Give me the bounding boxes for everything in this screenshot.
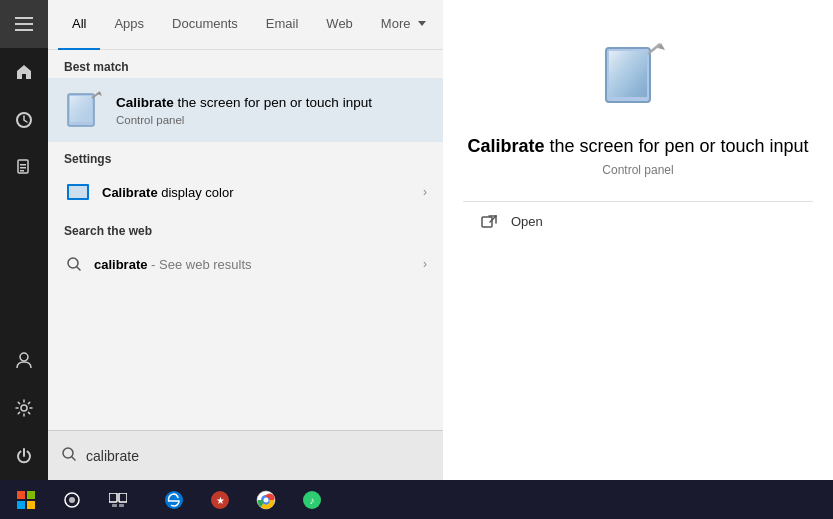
settings-header: Settings [48,142,443,170]
svg-rect-6 [20,167,26,169]
best-match-subtitle: Control panel [116,114,372,126]
tab-all[interactable]: All [58,0,100,50]
svg-rect-25 [609,51,647,97]
sidebar-user[interactable] [0,336,48,384]
right-panel-title: Calibrate the screen for pen or touch in… [467,136,808,157]
svg-line-22 [72,457,75,460]
calibrate-icon [64,90,104,130]
web-item-text: calibrate - See web results [94,257,252,272]
open-label: Open [511,214,543,229]
web-search-icon [64,254,84,274]
cortana-button[interactable] [50,480,94,519]
svg-rect-16 [70,96,92,122]
settings-chevron-icon: › [423,185,427,199]
search-input[interactable] [86,448,429,464]
right-panel: Calibrate the screen for pen or touch in… [443,0,833,480]
svg-rect-40 [119,493,127,502]
svg-point-48 [264,497,269,502]
best-match-text: Calibrate the screen for pen or touch in… [116,94,372,126]
search-box-icon [62,447,76,464]
web-search-header: Search the web [48,214,443,242]
svg-rect-42 [119,504,124,507]
settings-item[interactable]: Calibrate display color › [48,170,443,214]
sidebar [0,0,48,480]
svg-rect-7 [20,170,24,172]
settings-item-text: Calibrate display color [102,185,234,200]
tab-documents[interactable]: Documents [158,0,252,50]
monitor-icon [64,182,92,202]
svg-text:♪: ♪ [310,495,315,506]
taskbar: ★ ♪ [0,480,833,519]
svg-rect-34 [27,491,35,499]
tabs-bar: All Apps Documents Email Web More [48,0,443,50]
sidebar-home[interactable] [0,48,48,96]
taskbar-chrome[interactable] [244,480,288,519]
start-menu: All Apps Documents Email Web More [0,0,833,480]
right-panel-actions: Open [463,202,813,241]
svg-line-20 [77,267,80,270]
sidebar-music[interactable] [0,288,48,336]
right-panel-large-icon [598,40,678,120]
task-view-button[interactable] [96,480,140,519]
start-button[interactable] [4,480,48,519]
sidebar-recent[interactable] [0,96,48,144]
svg-rect-33 [17,491,25,499]
open-action[interactable]: Open [463,202,813,241]
tab-more[interactable]: More [367,0,441,50]
right-panel-subtitle: Control panel [602,163,673,177]
best-match-title: Calibrate the screen for pen or touch in… [116,94,372,112]
tab-email[interactable]: Email [252,0,313,50]
taskbar-app-extra[interactable]: ♪ [290,480,334,519]
svg-rect-35 [17,501,25,509]
results-area: Best match [48,50,443,430]
sidebar-power[interactable] [0,432,48,480]
taskbar-store[interactable]: ★ [198,480,242,519]
svg-text:★: ★ [216,495,225,506]
svg-point-9 [21,405,27,411]
svg-rect-41 [112,504,117,507]
taskbar-edge[interactable] [152,480,196,519]
search-box [48,430,443,480]
svg-rect-36 [27,501,35,509]
svg-rect-39 [109,493,117,502]
sidebar-documents[interactable] [0,144,48,192]
svg-rect-1 [15,23,33,25]
web-item[interactable]: calibrate - See web results › [48,242,443,286]
open-icon [479,215,499,229]
best-match-item[interactable]: Calibrate the screen for pen or touch in… [48,78,443,142]
svg-point-38 [69,497,75,503]
svg-point-8 [20,353,28,361]
svg-rect-2 [15,29,33,31]
svg-rect-5 [20,164,26,166]
best-match-header: Best match [48,50,443,78]
sidebar-settings[interactable] [0,384,48,432]
search-panel: All Apps Documents Email Web More [48,0,443,480]
web-chevron-icon: › [423,257,427,271]
svg-rect-0 [15,17,33,19]
sidebar-hamburger[interactable] [0,0,48,48]
tab-web[interactable]: Web [312,0,367,50]
more-chevron-icon [418,21,426,26]
tab-apps[interactable]: Apps [100,0,158,50]
